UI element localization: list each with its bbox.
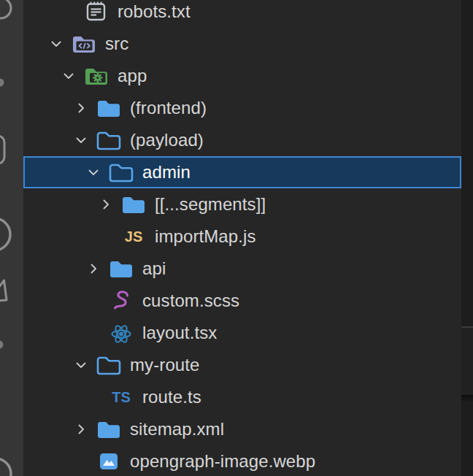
folder-closed-icon	[96, 96, 121, 120]
react-file-icon	[109, 321, 134, 345]
extension-icon	[0, 136, 4, 164]
scrollbar-region[interactable]	[461, 328, 473, 395]
js-file-icon: JS	[121, 229, 146, 245]
circle-icon	[0, 458, 11, 476]
tree-item-label: route.ts	[142, 387, 201, 407]
folder-open-icon	[109, 161, 134, 184]
tree-item-importmap-js[interactable]: JS importMap.js	[23, 220, 461, 253]
tree-item-robots-txt[interactable]: robots.txt	[23, 0, 461, 28]
tree-item-label: app	[118, 66, 147, 86]
tree-item-label: api	[142, 258, 166, 279]
tree-item-src[interactable]: src	[23, 28, 461, 60]
tree-item-layout-tsx[interactable]: layout.tsx	[23, 317, 461, 349]
tree-item-label: importMap.js	[155, 226, 256, 247]
tree-item-label: (payload)	[130, 130, 204, 150]
editor-edge	[461, 0, 473, 476]
tree-item-payload[interactable]: (payload)	[23, 124, 461, 156]
tree-item-custom-scss[interactable]: custom.scss	[23, 285, 461, 317]
account-icon	[0, 0, 11, 18]
tree-item-my-route[interactable]: my-route	[23, 349, 461, 381]
code-folder-icon	[72, 32, 96, 55]
tree-item-label: src	[105, 34, 128, 54]
dot-icon	[0, 79, 4, 87]
chevron-right-icon[interactable]	[98, 196, 121, 212]
sass-file-icon	[109, 289, 134, 312]
tree-item-segments[interactable]: [[...segments]]	[23, 188, 461, 220]
tree-item-label: [[...segments]]	[155, 194, 266, 215]
tree-item-frontend[interactable]: (frontend)	[23, 92, 461, 124]
scroll-shadow	[461, 395, 473, 402]
ts-file-icon: TS	[109, 389, 134, 406]
tree-item-label: my-route	[130, 355, 200, 375]
chevron-down-icon[interactable]	[73, 132, 96, 148]
tree-item-label: robots.txt	[118, 1, 191, 22]
tree-item-app[interactable]: app	[23, 60, 461, 92]
notepad-file-icon	[84, 0, 109, 23]
tree-item-label: (frontend)	[130, 98, 207, 118]
vscode-window: robots.txt src app	[0, 0, 473, 476]
folder-open-icon	[96, 128, 121, 152]
tree-item-label: custom.scss	[142, 291, 239, 311]
chevron-down-icon[interactable]	[85, 164, 109, 180]
tree-item-admin[interactable]: admin	[23, 156, 461, 188]
chevron-down-icon[interactable]	[61, 68, 84, 84]
tree-item-route-ts[interactable]: TS route.ts	[23, 381, 461, 413]
folder-closed-icon	[121, 193, 146, 216]
triangle-icon	[0, 280, 7, 302]
tree-item-label: layout.tsx	[142, 323, 217, 343]
circle-icon	[0, 218, 10, 250]
gear-folder-icon	[84, 64, 109, 88]
file-tree: robots.txt src app	[23, 0, 461, 476]
activity-bar-icon-fragments	[0, 0, 23, 476]
folder-closed-icon	[96, 418, 121, 441]
folder-open-icon	[96, 353, 121, 377]
tree-item-label: admin	[142, 162, 191, 183]
tree-item-opengraph-image-webp[interactable]: opengraph-image.webp	[23, 445, 461, 476]
dot-icon	[0, 341, 4, 349]
tree-item-label: sitemap.xml	[130, 419, 224, 439]
activity-bar	[0, 0, 23, 476]
explorer-sidebar: robots.txt src app	[23, 0, 461, 476]
chevron-down-icon[interactable]	[48, 36, 72, 52]
chevron-right-icon[interactable]	[85, 261, 109, 277]
tree-item-label: opengraph-image.webp	[130, 451, 315, 472]
chevron-right-icon[interactable]	[73, 100, 96, 116]
tree-item-sitemap-xml[interactable]: sitemap.xml	[23, 413, 461, 445]
chevron-right-icon[interactable]	[73, 421, 96, 437]
image-file-icon	[96, 450, 121, 473]
tree-item-api[interactable]: api	[23, 253, 461, 285]
chevron-down-icon[interactable]	[73, 357, 96, 373]
folder-closed-icon	[109, 257, 134, 280]
